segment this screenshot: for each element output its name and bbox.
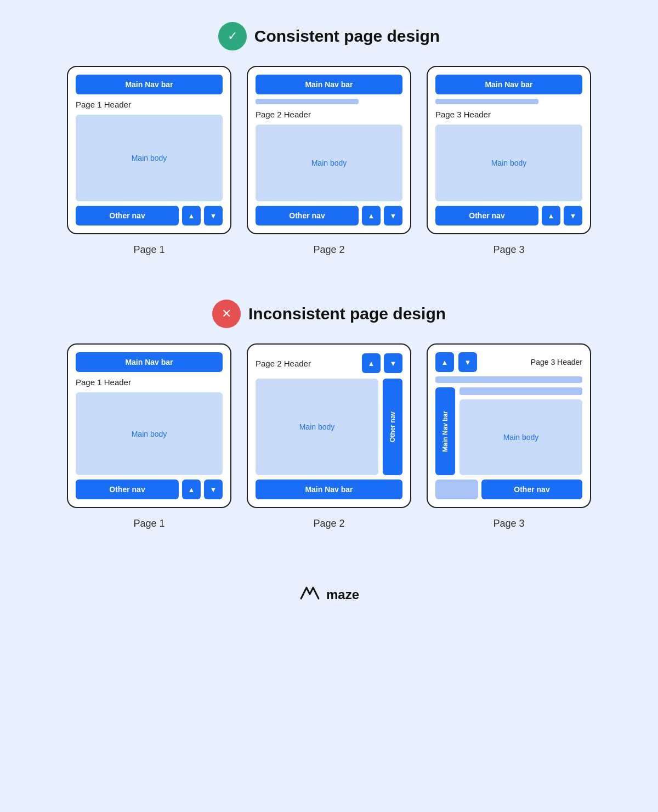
arrow-up-i3[interactable]: ▲ <box>435 352 454 372</box>
page-mockup-consistent-2: Main Nav bar Page 2 Header Main body Oth… <box>247 66 411 234</box>
check-icon: ✓ <box>218 22 247 50</box>
caption-i2: Page 2 <box>247 518 411 529</box>
bottom-nav-c3: Other nav ▲ ▼ <box>435 206 582 225</box>
consistent-captions: Page 1 Page 2 Page 3 <box>67 244 591 256</box>
arrow-up-c3[interactable]: ▲ <box>542 206 560 225</box>
main-nav-bar-c1: Main Nav bar <box>76 75 223 94</box>
consistent-title: Consistent page design <box>254 27 440 46</box>
caption-c3: Page 3 <box>427 244 591 256</box>
main-body-i2: Main body <box>256 379 378 475</box>
main-body-c1: Main body <box>76 115 223 201</box>
other-nav-i1[interactable]: Other nav <box>76 480 179 499</box>
caption-c2: Page 2 <box>247 244 411 256</box>
arrow-down-c2[interactable]: ▼ <box>384 206 402 225</box>
caption-c1: Page 1 <box>67 244 231 256</box>
page-mockup-inconsistent-3: ▲ ▼ Page 3 Header Main Nav bar Main body… <box>427 343 591 508</box>
page2-header-row: Page 2 Header ▲ ▼ <box>256 352 402 374</box>
main-nav-bar-i1: Main Nav bar <box>76 352 223 372</box>
arrow-up-c1[interactable]: ▲ <box>182 206 201 225</box>
page2-body-row: Main body Other nav <box>256 379 402 475</box>
arrow-down-c1[interactable]: ▼ <box>204 206 223 225</box>
nav-bar-light-c2 <box>256 99 359 104</box>
x-icon: ✕ <box>212 300 241 328</box>
arrow-down-i2[interactable]: ▼ <box>384 353 402 373</box>
light-placeholder-i3 <box>435 480 478 499</box>
page-header-c3: Page 3 Header <box>435 109 582 120</box>
maze-label: maze <box>326 587 359 602</box>
arrow-up-c2[interactable]: ▲ <box>362 206 381 225</box>
page-header-i2: Page 2 Header <box>256 358 311 369</box>
bottom-row-i3: Other nav <box>435 480 582 499</box>
inconsistent-title: Inconsistent page design <box>248 304 446 323</box>
inconsistent-section-header: ✕ Inconsistent page design <box>212 300 446 328</box>
bottom-nav-c2: Other nav ▲ ▼ <box>256 206 402 225</box>
caption-i1: Page 1 <box>67 518 231 529</box>
page-mockup-consistent-3: Main Nav bar Page 3 Header Main body Oth… <box>427 66 591 234</box>
other-nav-c3[interactable]: Other nav <box>435 206 538 225</box>
main-body-i3: Main body <box>460 399 582 475</box>
inconsistent-captions: Page 1 Page 2 Page 3 <box>67 518 591 529</box>
arrow-down-i3[interactable]: ▼ <box>458 352 477 372</box>
arrow-down-c3[interactable]: ▼ <box>564 206 582 225</box>
main-body-c3: Main body <box>435 125 582 201</box>
page-header-i1: Page 1 Header <box>76 376 223 388</box>
page3-top-row: ▲ ▼ Page 3 Header <box>435 352 582 372</box>
inconsistent-pages-row: Main Nav bar Page 1 Header Main body Oth… <box>67 343 591 508</box>
page3-right-col: Main body <box>460 387 582 475</box>
arrow-up-i2[interactable]: ▲ <box>362 353 381 373</box>
main-nav-bar-i2: Main Nav bar <box>256 480 402 499</box>
main-nav-sidebar-i3: Main Nav bar <box>435 387 455 475</box>
maze-logo: maze <box>299 584 359 605</box>
main-nav-bar-c2: Main Nav bar <box>256 75 402 94</box>
page-mockup-consistent-1: Main Nav bar Page 1 Header Main body Oth… <box>67 66 231 234</box>
page-mockup-inconsistent-1: Main Nav bar Page 1 Header Main body Oth… <box>67 343 231 508</box>
arrow-down-i1[interactable]: ▼ <box>204 480 223 499</box>
other-nav-i3[interactable]: Other nav <box>481 480 582 499</box>
other-nav-c2[interactable]: Other nav <box>256 206 359 225</box>
light-bar-top-i3 <box>460 387 582 395</box>
page-header-i3: Page 3 Header <box>531 358 582 366</box>
arrow-up-i1[interactable]: ▲ <box>182 480 201 499</box>
bottom-nav-c1: Other nav ▲ ▼ <box>76 206 223 225</box>
light-bar-i3 <box>435 376 582 383</box>
main-body-i1: Main body <box>76 392 223 475</box>
main-body-c2: Main body <box>256 125 402 201</box>
page-header-c2: Page 2 Header <box>256 109 402 120</box>
other-nav-sidebar-i2: Other nav <box>383 379 402 475</box>
nav-bar-light-c3 <box>435 99 538 104</box>
page3-body-row: Main Nav bar Main body <box>435 387 582 475</box>
page-header-c1: Page 1 Header <box>76 99 223 110</box>
maze-icon <box>299 584 321 605</box>
page-mockup-inconsistent-2: Page 2 Header ▲ ▼ Main body Other nav Ma… <box>247 343 411 508</box>
other-nav-c1[interactable]: Other nav <box>76 206 179 225</box>
caption-i3: Page 3 <box>427 518 591 529</box>
bottom-nav-i1: Other nav ▲ ▼ <box>76 480 223 499</box>
consistent-pages-row: Main Nav bar Page 1 Header Main body Oth… <box>67 66 591 234</box>
consistent-section-header: ✓ Consistent page design <box>218 22 440 50</box>
main-nav-bar-c3: Main Nav bar <box>435 75 582 94</box>
